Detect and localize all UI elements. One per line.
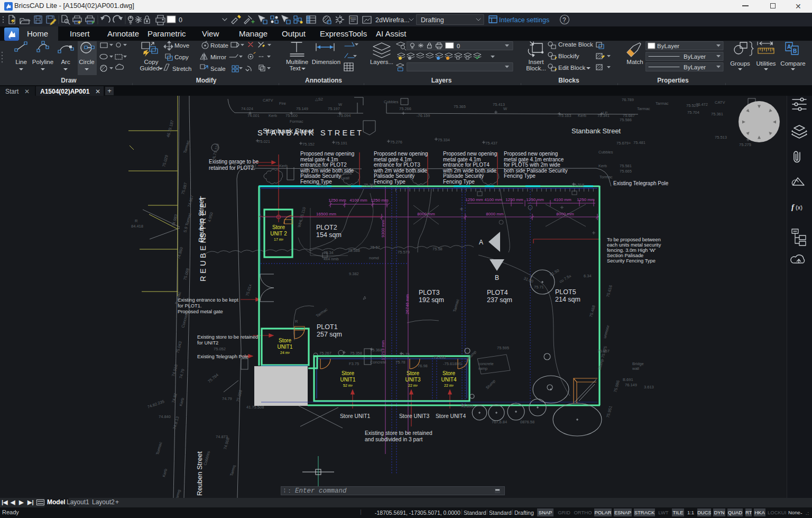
svg-text:Arc: Arc bbox=[61, 59, 70, 65]
svg-text:R: R bbox=[135, 219, 138, 223]
svg-text:9300 mm: 9300 mm bbox=[381, 220, 385, 238]
svg-text:Insert: Insert bbox=[529, 59, 545, 65]
svg-text:Block...: Block... bbox=[526, 65, 546, 71]
svg-text:Store UNIT4: Store UNIT4 bbox=[436, 413, 466, 419]
svg-text:75.365: 75.365 bbox=[454, 104, 466, 109]
svg-text:Fencing Type: Fencing Type bbox=[443, 179, 475, 185]
svg-text:75.586: 75.586 bbox=[620, 117, 632, 122]
svg-text:Tarmac: Tarmac bbox=[656, 101, 669, 106]
svg-text:Drafting: Drafting bbox=[421, 16, 444, 24]
svg-text:0: 0 bbox=[457, 43, 460, 49]
svg-text:and subdivided in 3 part: and subdivided in 3 part bbox=[365, 437, 422, 442]
svg-text:74.024: 74.024 bbox=[241, 106, 253, 111]
svg-text:each units metal security: each units metal security bbox=[607, 242, 661, 248]
svg-text:both side Palisade Security: both side Palisade Security bbox=[504, 168, 568, 174]
svg-text:Store: Store bbox=[343, 171, 352, 176]
svg-text:Fencing Type: Fencing Type bbox=[374, 179, 405, 185]
svg-text:ByLayer: ByLayer bbox=[684, 64, 706, 70]
svg-text:81.50: 81.50 bbox=[549, 268, 560, 277]
svg-text:Palisade Security: Palisade Security bbox=[300, 173, 341, 179]
svg-text:Proposed new opening: Proposed new opening bbox=[300, 151, 354, 157]
svg-text:75.01x: 75.01x bbox=[245, 284, 253, 296]
svg-text:D: D bbox=[234, 161, 237, 166]
svg-text:Store: Store bbox=[342, 370, 354, 376]
svg-text:74.001: 74.001 bbox=[247, 113, 260, 118]
svg-text:UNIT1: UNIT1 bbox=[340, 377, 356, 383]
svg-text:76.472: 76.472 bbox=[696, 102, 708, 107]
svg-text:767,6.84: 767,6.84 bbox=[492, 420, 507, 424]
svg-text:for PLOT1.: for PLOT1. bbox=[178, 303, 201, 308]
svg-text:A: A bbox=[479, 239, 483, 246]
svg-text:75.275: 75.275 bbox=[739, 142, 751, 147]
svg-text:24 m²: 24 m² bbox=[280, 351, 290, 355]
svg-text:metal gate 4.1m: metal gate 4.1m bbox=[300, 157, 338, 162]
svg-text:74.79: 74.79 bbox=[178, 368, 186, 379]
svg-text:4100 mm: 4100 mm bbox=[349, 198, 367, 203]
svg-text:75.665: 75.665 bbox=[620, 169, 632, 174]
svg-text:△S2: △S2 bbox=[315, 97, 323, 102]
svg-text:S.9 Tormac: S.9 Tormac bbox=[182, 212, 192, 233]
svg-text:Proposed new opening: Proposed new opening bbox=[504, 151, 558, 157]
svg-text:metal gate 4.1m: metal gate 4.1m bbox=[443, 157, 481, 162]
svg-text:Store: Store bbox=[442, 370, 455, 376]
svg-text:75.951: 75.951 bbox=[605, 405, 613, 419]
svg-text:74.82: 74.82 bbox=[171, 393, 178, 403]
svg-text:co 7.5x: co 7.5x bbox=[559, 274, 573, 284]
svg-text:75.595: 75.595 bbox=[497, 346, 509, 350]
svg-text:Layers...: Layers... bbox=[370, 59, 393, 65]
svg-text:W: W bbox=[503, 106, 508, 111]
svg-text:Line: Line bbox=[15, 59, 27, 65]
svg-text:75.496: 75.496 bbox=[433, 355, 446, 360]
svg-text:76.98: 76.98 bbox=[418, 363, 428, 368]
svg-text:metal gate 4.1m entrance: metal gate 4.1m entrance bbox=[504, 157, 564, 162]
svg-text:75.616: 75.616 bbox=[605, 285, 613, 298]
svg-text:Existing entrance to be kept: Existing entrance to be kept bbox=[178, 297, 238, 303]
svg-text:75.021: 75.021 bbox=[258, 139, 270, 144]
svg-text:Blockify: Blockify bbox=[558, 53, 579, 59]
svg-text:Edit Block: Edit Block bbox=[558, 65, 585, 71]
svg-text:257 sqm: 257 sqm bbox=[317, 331, 342, 338]
svg-text:CATV: CATV bbox=[263, 98, 273, 103]
svg-text:2dWirefra...: 2dWirefra... bbox=[375, 16, 410, 24]
svg-text:Stretch: Stretch bbox=[172, 66, 191, 72]
svg-text:Section Palisade: Section Palisade bbox=[607, 253, 643, 258]
svg-text:Match: Match bbox=[626, 59, 643, 65]
svg-text:75.197: 75.197 bbox=[328, 106, 340, 111]
svg-text:Store: Store bbox=[407, 370, 419, 376]
svg-text:UNIT 2: UNIT 2 bbox=[270, 231, 287, 237]
svg-text:1250 mm: 1250 mm bbox=[526, 197, 544, 202]
svg-text:76.789: 76.789 bbox=[622, 97, 634, 102]
svg-text:Scale: Scale bbox=[210, 66, 226, 72]
svg-text:75.267: 75.267 bbox=[319, 351, 331, 356]
svg-text:75.361: 75.361 bbox=[711, 112, 723, 116]
svg-text:concrete: concrete bbox=[478, 361, 494, 366]
svg-text:Tarmq: Tarmq bbox=[229, 465, 236, 476]
svg-text:ByLayer: ByLayer bbox=[684, 53, 706, 60]
svg-text:with 2m wide both side: with 2m wide both side bbox=[373, 168, 428, 174]
svg-text:f: f bbox=[791, 203, 795, 211]
svg-text:Create Block: Create Block bbox=[558, 41, 593, 48]
svg-text:75.481: 75.481 bbox=[633, 140, 645, 145]
svg-text:UNIT1: UNIT1 bbox=[278, 344, 293, 350]
svg-text:8000 mm: 8000 mm bbox=[417, 212, 435, 216]
svg-text:154 sqm: 154 sqm bbox=[316, 231, 342, 239]
svg-text:9.382: 9.382 bbox=[349, 271, 359, 276]
svg-text:31.00: 31.00 bbox=[523, 276, 534, 284]
svg-text:75.579: 75.579 bbox=[398, 250, 410, 255]
svg-text:22 m²: 22 m² bbox=[444, 384, 454, 387]
svg-text:UNIT4: UNIT4 bbox=[441, 377, 457, 383]
svg-text:Move: Move bbox=[174, 42, 189, 49]
svg-text:for PLOT5 with 2m wide: for PLOT5 with 2m wide bbox=[504, 162, 560, 168]
svg-text:52 m²: 52 m² bbox=[343, 384, 353, 387]
svg-text:75.437: 75.437 bbox=[485, 141, 497, 146]
svg-text:46.79.187: 46.79.187 bbox=[165, 120, 174, 138]
svg-text:Polyline: Polyline bbox=[32, 59, 53, 65]
svg-text:75.58: 75.58 bbox=[432, 247, 442, 251]
svg-text:41.75.508: 41.75.508 bbox=[246, 405, 264, 410]
svg-text:wall: wall bbox=[632, 366, 639, 371]
svg-text:entrance for PLOT4: entrance for PLOT4 bbox=[443, 162, 490, 168]
svg-text:wall: wall bbox=[342, 176, 349, 180]
svg-text:LP: LP bbox=[603, 111, 607, 115]
svg-text:75.038: 75.038 bbox=[235, 389, 243, 403]
svg-text:(x): (x) bbox=[796, 204, 802, 211]
